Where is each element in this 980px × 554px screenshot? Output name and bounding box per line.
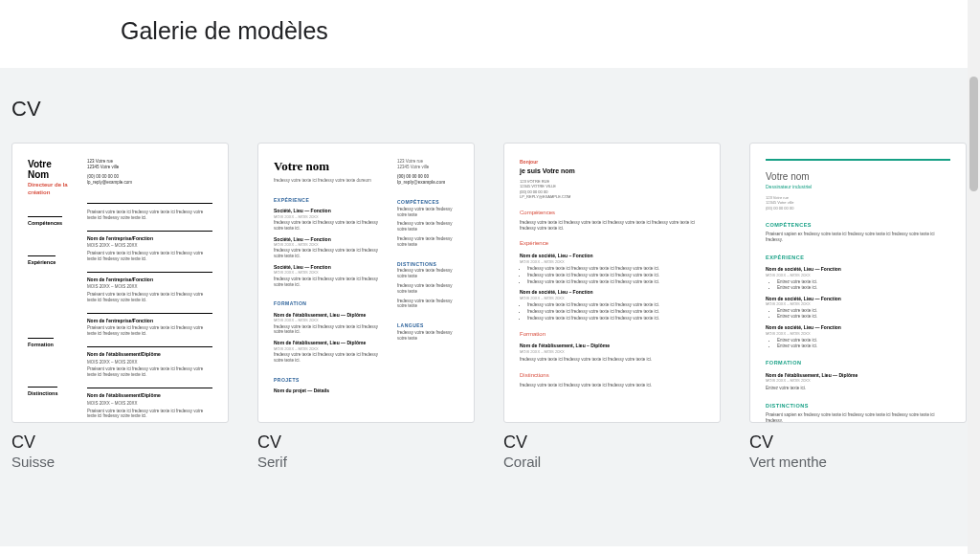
template-subtitle: Vert menthe [749, 454, 967, 470]
template-card-vert-menthe[interactable]: Votre nom Dessinateur industriel 123 Vot… [749, 143, 967, 470]
preview-section: Formation [28, 338, 54, 348]
preview-name: Votre nom [274, 159, 384, 175]
section-title-cv: CV [11, 97, 969, 122]
template-card-suisse[interactable]: Votre Nom Directeur de la création Compé… [11, 143, 229, 470]
preview-section: Expérience [28, 255, 56, 266]
templates-row: Votre Nom Directeur de la création Compé… [11, 143, 969, 470]
template-thumbnail: Bonjour je suis Votre nom 123 VOTRE RUE … [503, 143, 721, 423]
template-subtitle: Suisse [11, 454, 229, 470]
template-card-corail[interactable]: Bonjour je suis Votre nom 123 VOTRE RUE … [503, 143, 721, 470]
template-thumbnail: Votre nom fredessy votre texte ici frede… [257, 143, 475, 423]
template-title: CV [257, 432, 475, 453]
template-subtitle: Serif [257, 454, 475, 470]
template-title: CV [503, 432, 721, 453]
preview-name: Votre [28, 159, 78, 169]
preview-role: Directeur de la création [28, 182, 78, 197]
templates-area: CV Votre Nom Directeur de la création Co… [0, 68, 980, 546]
scrollbar[interactable] [968, 0, 980, 546]
template-thumbnail: Votre nom Dessinateur industriel 123 Vot… [749, 143, 967, 423]
template-subtitle: Corail [503, 454, 721, 470]
preview-name: Nom [28, 169, 78, 180]
gallery-header: Galerie de modèles [0, 0, 980, 68]
preview-section: Distinctions [28, 387, 57, 397]
template-card-serif[interactable]: Votre nom fredessy votre texte ici frede… [257, 143, 475, 470]
scrollbar-thumb[interactable] [969, 77, 978, 191]
template-title: CV [11, 432, 229, 453]
template-title: CV [749, 432, 967, 453]
template-thumbnail: Votre Nom Directeur de la création Compé… [11, 143, 229, 423]
preview-section: Compétences [28, 216, 62, 227]
page-title: Galerie de modèles [121, 17, 980, 45]
preview-contact: 123 Votre rue 12345 Votre ville (00) 00 … [87, 159, 212, 186]
